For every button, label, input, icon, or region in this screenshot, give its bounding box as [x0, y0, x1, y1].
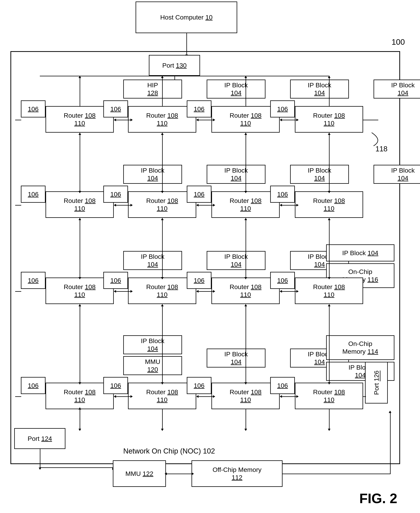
r1c2-106-label: 106	[110, 105, 121, 113]
r1c1-106-box: 106	[21, 100, 45, 117]
r1c4-router-label: Router 108 110	[313, 112, 345, 127]
r1c2-router-box: Router 108 110	[128, 106, 196, 133]
v-arrow-r2r3-c2	[162, 220, 163, 278]
r3-h-arrow-2	[198, 291, 213, 292]
r3c4-router-label: Router 108 110	[313, 283, 345, 299]
r4c2-ipblock-label: IP Block104	[224, 350, 248, 366]
r1c3-ipblock-label: IP Block104	[308, 81, 331, 97]
r4-h-arrow-3	[282, 396, 297, 397]
r3-left-arrow	[15, 291, 21, 292]
r2c4-ipblock-box: IP Block104	[374, 165, 420, 184]
r4c1-ipblock-label: IP Block104	[141, 337, 165, 352]
r2c3-router-label: Router 108 110	[230, 197, 262, 212]
mmu-120-box: MMU120	[123, 356, 182, 375]
r1c1-router-label: Router 108 110	[64, 112, 96, 127]
r3c1-ipblock-box: IP Block104	[123, 251, 182, 270]
r4c2-ipblock-box: IP Block104	[207, 349, 265, 367]
r3-h-arrow-1	[116, 291, 131, 292]
v-arrow-r4-bot-c2	[162, 409, 163, 429]
r3c4-ipblock-label: IP Block 104	[342, 249, 378, 257]
r2c1-106-box: 106	[21, 186, 45, 203]
r2c2-106-box: 106	[103, 186, 128, 203]
r3c4-ipblock-box: IP Block 104	[326, 244, 394, 261]
r4c2-106-label: 106	[110, 382, 121, 389]
r1c3-ipblock-box: IP Block104	[290, 80, 349, 98]
r4c1-ipblock-box: IP Block104	[123, 335, 182, 354]
v-arrow-r4-port124	[80, 409, 80, 429]
r4-port126-arrow	[363, 396, 366, 397]
r3c2-router-box: Router 108 110	[128, 278, 196, 304]
r2-h-arrow-3	[282, 205, 297, 205]
r2-h-arrow-2	[198, 205, 213, 205]
r4c4-router-box: Router 108 110	[295, 383, 363, 409]
off-chip-memory-box: Off-Chip Memory112	[192, 460, 283, 487]
r2c4-router-box: Router 108 110	[295, 191, 363, 218]
r2c1-router-label: Router 108 110	[64, 197, 96, 212]
port-130-box: Port 130	[149, 55, 200, 76]
r1c4-106-label: 106	[277, 105, 288, 113]
port-130-label: Port 130	[162, 62, 187, 69]
r1-h-arrow-1	[116, 120, 131, 120]
r4c3-106-label: 106	[194, 382, 205, 389]
v-arrow-r4-bot-c3	[246, 409, 246, 429]
r2c3-ipblock-label: IP Block104	[308, 167, 331, 182]
v-arrow-port130-r1c3	[246, 76, 246, 106]
off-chip-memory-label: Off-Chip Memory112	[213, 466, 262, 481]
r2c3-106-label: 106	[194, 191, 205, 198]
port-124-box: Port 124	[14, 428, 65, 449]
on-chip-memory-114-label: On-ChipMemory 114	[342, 340, 378, 355]
r1c4-106-box: 106	[270, 100, 295, 117]
r2c2-ipblock-label: IP Block104	[224, 167, 248, 182]
mmu-122-box: MMU 122	[113, 460, 166, 487]
r4c2-106-box: 106	[103, 377, 128, 394]
arrowhead-right-up	[389, 411, 391, 413]
r1-left-arrow	[15, 120, 21, 120]
r4c1-router-label: Router 108 110	[64, 388, 96, 404]
v-arrow-r1r2-c2	[162, 134, 163, 191]
h-line-top	[40, 76, 175, 76]
v-arrow-r4-bot-c4	[329, 409, 330, 429]
v-arrow-r3r4-c2	[162, 306, 163, 383]
v-arrow-r2r3-c4	[329, 220, 330, 278]
r3c3-106-label: 106	[194, 277, 205, 284]
r4c2-router-label: Router 108 110	[146, 388, 178, 404]
r2c2-106-label: 106	[110, 191, 121, 198]
h-line-top-r	[162, 76, 329, 76]
port-126-label: Port 126	[373, 371, 380, 395]
r1c2-106-box: 106	[103, 100, 128, 117]
r4c3-106-box: 106	[187, 377, 211, 394]
r2c1-ipblock-label: IP Block104	[141, 167, 165, 182]
hip-128-box: HIP128	[123, 80, 182, 98]
r1c4-ipblock-label: IP Block104	[391, 81, 415, 97]
r2-left-arrow	[15, 205, 21, 205]
port-124-label: Port 124	[28, 435, 52, 442]
host-computer-label: Host Computer 10	[160, 14, 213, 21]
hip-128-label: HIP128	[147, 81, 158, 97]
r1-h-arrow-2	[198, 120, 213, 120]
host-computer-box: Host Computer 10	[135, 1, 237, 33]
r4c3-router-box: Router 108 110	[211, 383, 280, 409]
r1c2-ipblock-box: IP Block104	[207, 80, 265, 98]
r2c4-106-box: 106	[270, 186, 295, 203]
v-arrow-r1r2-c1	[80, 134, 80, 191]
v-arrow-r2r3-c3	[246, 220, 246, 278]
r4c1-106-box: 106	[21, 377, 45, 394]
r3c4-106-label: 106	[277, 277, 288, 284]
v-arrow-port130-r1c4	[329, 76, 330, 106]
r2c3-ipblock-box: IP Block104	[290, 165, 349, 184]
r3c3-router-box: Router 108 110	[211, 278, 280, 304]
r4c3-router-label: Router 108 110	[230, 388, 262, 404]
mmu-122-label: MMU 122	[125, 470, 153, 477]
port-126-box: Port 126	[365, 362, 388, 403]
v-arrow-port130-r1c1	[80, 76, 80, 106]
r1c2-router-label: Router 108 110	[146, 112, 178, 127]
arrow-mmu-offchip	[166, 474, 192, 474]
r3c2-router-label: Router 108 110	[146, 283, 178, 299]
r1c1-106-label: 106	[28, 105, 39, 113]
v-arrow-r2r3-c1	[80, 220, 80, 278]
v-arrow-r3r4-c3	[246, 306, 246, 383]
r2-h-arrow-1	[116, 205, 131, 205]
r2c2-router-label: Router 108 110	[146, 197, 178, 212]
r4c4-106-label: 106	[277, 382, 288, 389]
fig-2-label: FIG. 2	[359, 491, 397, 500]
